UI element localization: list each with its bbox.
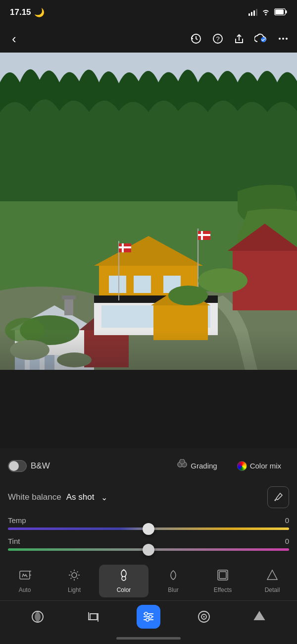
svg-point-59 — [180, 459, 185, 464]
auto-label: Auto — [19, 586, 31, 593]
tint-slider-track[interactable] — [8, 548, 289, 551]
nav-mask-button[interactable] — [26, 605, 50, 629]
svg-rect-77 — [90, 614, 97, 620]
wifi-icon — [261, 8, 270, 17]
tab-grading[interactable]: Grading — [169, 455, 225, 476]
eyedropper-button[interactable] — [267, 486, 289, 508]
svg-point-82 — [149, 615, 152, 618]
svg-rect-44 — [198, 234, 210, 236]
white-balance-row: White balance As shot ⌄ — [0, 481, 297, 513]
nav-adjust-button[interactable] — [137, 605, 160, 629]
svg-point-63 — [72, 573, 77, 578]
svg-point-86 — [203, 616, 205, 617]
bottom-panel: B&W Grading Color mix White balance As s — [0, 448, 297, 644]
toolbar: ‹ ? — [0, 25, 297, 53]
temp-value: 0 — [285, 516, 289, 525]
svg-point-61 — [275, 500, 276, 501]
photo-preview — [0, 53, 297, 370]
svg-point-8 — [279, 38, 281, 40]
svg-rect-1 — [275, 9, 284, 14]
temp-label: Temp — [8, 516, 26, 525]
time-display: 17.15 — [10, 7, 31, 17]
home-bar — [116, 637, 181, 640]
bottom-nav — [0, 600, 297, 632]
svg-rect-53 — [0, 330, 297, 370]
effects-icon — [216, 569, 229, 585]
bw-toggle-switch[interactable] — [8, 460, 27, 472]
svg-line-71 — [71, 578, 72, 579]
moon-icon: 🌙 — [34, 7, 45, 18]
bw-label: B&W — [31, 461, 50, 471]
effects-label: Effects — [214, 586, 232, 593]
tab-auto[interactable]: Auto — [0, 565, 50, 597]
status-icons — [248, 8, 287, 17]
svg-rect-46 — [62, 295, 76, 299]
grading-icon — [177, 459, 188, 472]
share-icon[interactable] — [234, 33, 245, 45]
svg-point-50 — [168, 286, 208, 305]
svg-rect-27 — [134, 276, 151, 293]
svg-rect-62 — [20, 571, 30, 579]
blur-icon — [167, 569, 180, 585]
temp-slider-thumb[interactable] — [143, 523, 154, 535]
svg-point-9 — [282, 38, 284, 40]
tab-effects[interactable]: Effects — [198, 565, 248, 597]
history-icon[interactable] — [190, 33, 202, 45]
temp-slider-track[interactable] — [8, 527, 289, 530]
mode-tabs: B&W Grading Color mix — [0, 448, 297, 481]
tab-light[interactable]: Light — [50, 565, 99, 597]
detail-icon — [266, 569, 279, 585]
bw-toggle-group: B&W — [8, 460, 165, 472]
tab-color[interactable]: Color — [99, 565, 148, 597]
tint-label: Tint — [8, 537, 20, 545]
tint-slider-row: Tint 0 — [8, 537, 289, 551]
tab-blur[interactable]: Blur — [148, 565, 198, 597]
wb-value: As shot — [66, 492, 95, 502]
toolbar-left: ‹ — [8, 29, 20, 49]
svg-point-10 — [286, 38, 288, 40]
signal-icon — [248, 9, 257, 16]
colormix-icon — [237, 461, 247, 471]
tab-detail[interactable]: Detail — [248, 565, 297, 597]
nav-crop-button[interactable] — [81, 605, 105, 629]
color-icon — [117, 569, 130, 585]
svg-line-70 — [77, 572, 78, 573]
nav-erase-button[interactable] — [248, 605, 271, 629]
back-button[interactable]: ‹ — [8, 29, 20, 49]
wb-label: White balance — [8, 492, 61, 502]
temp-slider-row: Temp 0 — [8, 516, 289, 530]
light-label: Light — [68, 586, 81, 593]
toggle-thumb — [9, 461, 19, 471]
svg-point-49 — [198, 268, 248, 293]
tool-tabs: Auto Light — [0, 560, 297, 600]
svg-text:?: ? — [216, 35, 219, 43]
tab-colormix[interactable]: Color mix — [229, 457, 289, 475]
svg-line-68 — [71, 572, 72, 573]
auto-icon — [18, 569, 31, 585]
status-time: 17.15 🌙 — [10, 7, 45, 18]
grading-label: Grading — [191, 462, 217, 470]
svg-rect-2 — [286, 10, 287, 13]
cloud-sync-icon[interactable] — [254, 33, 267, 45]
home-indicator — [0, 632, 297, 644]
svg-point-81 — [145, 612, 148, 615]
tint-slider-thumb[interactable] — [143, 544, 154, 556]
svg-rect-40 — [119, 246, 131, 248]
svg-rect-74 — [219, 572, 226, 579]
colormix-label: Color mix — [250, 462, 281, 470]
help-icon[interactable]: ? — [212, 33, 224, 45]
svg-marker-87 — [254, 612, 264, 620]
tint-value: 0 — [285, 537, 289, 545]
nav-preset-button[interactable] — [192, 605, 216, 629]
sliders-section: Temp 0 Tint 0 — [0, 513, 297, 560]
svg-line-69 — [77, 578, 78, 579]
light-icon — [68, 569, 81, 585]
wb-chevron-icon[interactable]: ⌄ — [101, 493, 107, 502]
toolbar-right: ? — [190, 33, 289, 45]
svg-rect-26 — [109, 276, 126, 293]
svg-marker-75 — [267, 570, 277, 580]
battery-icon — [274, 8, 287, 17]
more-icon[interactable] — [277, 33, 289, 45]
detail-label: Detail — [265, 586, 280, 593]
color-label: Color — [117, 586, 131, 593]
